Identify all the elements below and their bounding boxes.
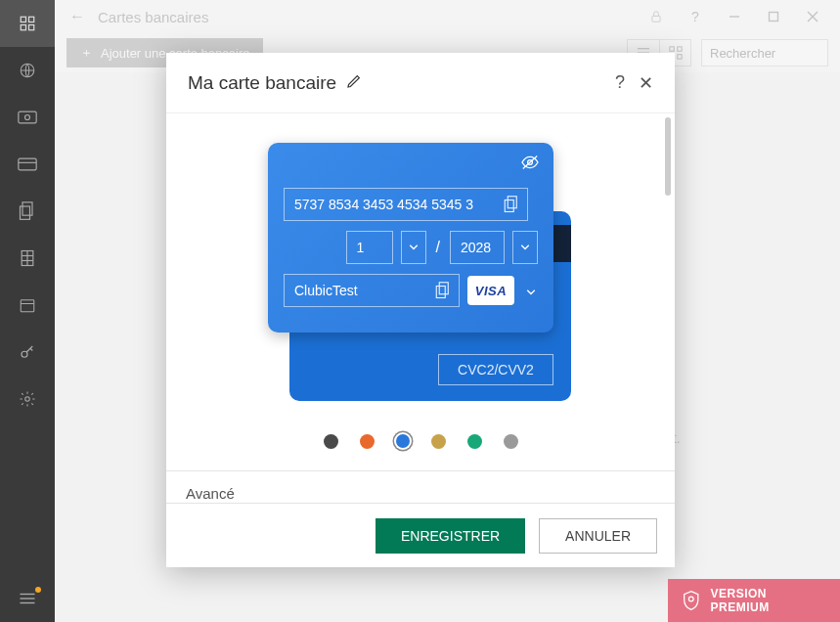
sidebar-docs[interactable] bbox=[0, 188, 55, 235]
modal-header: Ma carte bancaire ? ✕ bbox=[166, 53, 675, 113]
svg-rect-3 bbox=[29, 25, 34, 30]
card-number-input[interactable] bbox=[294, 197, 517, 212]
key-icon bbox=[19, 343, 36, 361]
modal-close-button[interactable]: ✕ bbox=[639, 72, 653, 94]
pencil-icon bbox=[346, 73, 362, 89]
card-brand-chip[interactable]: VISA bbox=[467, 276, 514, 305]
advanced-label: Avancé bbox=[186, 485, 235, 502]
cvc-field[interactable] bbox=[438, 354, 553, 385]
exp-month-dropdown[interactable] bbox=[401, 231, 426, 264]
gear-icon bbox=[19, 390, 36, 408]
svg-rect-5 bbox=[19, 111, 36, 123]
calendar-icon bbox=[19, 296, 36, 314]
copy-icon bbox=[504, 196, 519, 213]
card-number-field[interactable] bbox=[284, 188, 528, 221]
cardholder-field[interactable] bbox=[284, 274, 460, 307]
menu-collapse-icon bbox=[19, 592, 36, 605]
svg-point-18 bbox=[25, 397, 30, 402]
banknote-icon bbox=[18, 111, 37, 124]
sidebar-wallet[interactable] bbox=[0, 94, 55, 141]
copy-number-button[interactable] bbox=[504, 196, 519, 216]
color-swatch[interactable] bbox=[431, 434, 446, 449]
sidebar-settings[interactable] bbox=[0, 376, 55, 422]
copy-icon bbox=[435, 282, 451, 299]
svg-point-40 bbox=[688, 597, 693, 601]
svg-rect-7 bbox=[19, 158, 36, 170]
chevron-down-icon bbox=[520, 244, 530, 250]
sidebar-keys[interactable] bbox=[0, 329, 55, 376]
modal-title: Ma carte bancaire bbox=[188, 72, 336, 94]
svg-rect-1 bbox=[29, 17, 34, 22]
premium-banner[interactable]: VERSION PREMIUM bbox=[668, 579, 840, 622]
left-sidebar bbox=[0, 0, 55, 622]
notification-dot bbox=[35, 587, 41, 593]
color-swatch[interactable] bbox=[467, 434, 482, 449]
exp-year-value: 2028 bbox=[461, 240, 491, 255]
save-button[interactable]: ENREGISTRER bbox=[376, 518, 525, 554]
exp-separator: / bbox=[434, 239, 442, 256]
sidebar-dashboard[interactable] bbox=[0, 0, 55, 47]
chevron-down-icon bbox=[526, 289, 536, 295]
modal-footer: ENREGISTRER ANNULER bbox=[166, 503, 675, 567]
svg-rect-36 bbox=[508, 197, 516, 208]
sidebar-org[interactable] bbox=[0, 235, 55, 282]
copy-holder-button[interactable] bbox=[435, 282, 451, 302]
color-swatch[interactable] bbox=[504, 434, 518, 449]
svg-rect-10 bbox=[21, 206, 30, 219]
color-swatch[interactable] bbox=[396, 434, 410, 448]
advanced-section-toggle[interactable]: Avancé bbox=[166, 470, 675, 502]
svg-rect-15 bbox=[21, 300, 34, 312]
card-brand-label: VISA bbox=[475, 284, 507, 298]
svg-rect-38 bbox=[439, 283, 448, 294]
modal-body: 1 / 2028 VISA Avancé bbox=[166, 113, 675, 503]
sidebar-more[interactable] bbox=[0, 575, 55, 622]
exp-month-field[interactable]: 1 bbox=[346, 231, 393, 264]
cvc-input[interactable] bbox=[439, 362, 553, 378]
svg-rect-2 bbox=[21, 25, 25, 30]
sidebar-calendar[interactable] bbox=[0, 282, 55, 329]
exp-year-dropdown[interactable] bbox=[512, 231, 538, 264]
svg-rect-0 bbox=[21, 17, 25, 22]
edit-card-modal: Ma carte bancaire ? ✕ bbox=[166, 53, 675, 567]
eye-off-icon bbox=[520, 155, 540, 170]
grid-icon bbox=[19, 15, 36, 32]
color-swatch[interactable] bbox=[324, 434, 338, 449]
modal-help-button[interactable]: ? bbox=[615, 72, 625, 94]
documents-icon bbox=[19, 201, 36, 221]
card-preview-area: 1 / 2028 VISA bbox=[166, 113, 675, 417]
sidebar-cards[interactable] bbox=[0, 141, 55, 188]
exp-year-field[interactable]: 2028 bbox=[450, 231, 505, 264]
toggle-visibility-button[interactable] bbox=[520, 155, 540, 174]
globe-icon bbox=[19, 62, 36, 79]
svg-rect-39 bbox=[436, 287, 445, 298]
card-front: 1 / 2028 VISA bbox=[268, 143, 553, 333]
svg-rect-9 bbox=[22, 202, 32, 215]
cardholder-input[interactable] bbox=[294, 283, 449, 298]
cancel-button[interactable]: ANNULER bbox=[539, 518, 657, 554]
premium-label: VERSION PREMIUM bbox=[711, 587, 827, 614]
svg-point-17 bbox=[22, 351, 27, 357]
svg-rect-37 bbox=[505, 200, 513, 212]
building-icon bbox=[19, 248, 36, 268]
card-brand-dropdown[interactable] bbox=[526, 282, 536, 299]
chevron-down-icon bbox=[409, 244, 419, 250]
sidebar-web[interactable] bbox=[0, 47, 55, 94]
svg-point-6 bbox=[25, 115, 30, 120]
card-icon bbox=[18, 157, 37, 171]
shield-icon bbox=[682, 590, 701, 611]
edit-title-button[interactable] bbox=[346, 73, 362, 93]
color-swatch[interactable] bbox=[360, 434, 375, 449]
exp-month-value: 1 bbox=[357, 240, 365, 255]
color-picker bbox=[166, 434, 675, 449]
